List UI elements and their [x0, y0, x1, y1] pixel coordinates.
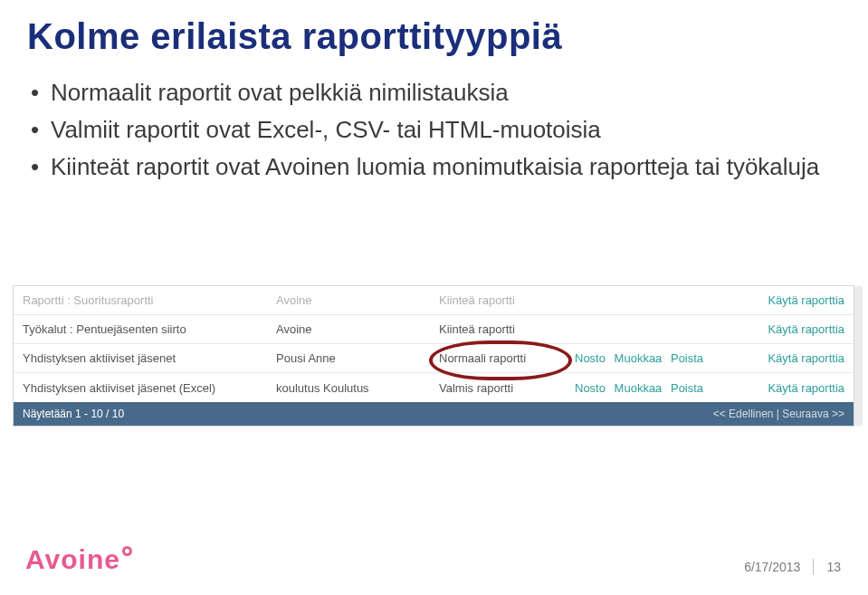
- divider-icon: [813, 559, 814, 575]
- slide-page-number: 13: [826, 560, 841, 574]
- cell-owner: koulutus Koulutus: [276, 381, 439, 395]
- table-row: Yhdistyksen aktiiviset jäsenet Pousi Ann…: [14, 344, 854, 373]
- bullet-item: Normaalit raportit ovat pelkkiä nimilist…: [27, 77, 841, 109]
- scrollbar[interactable]: [854, 286, 863, 426]
- table-footer: Näytetään 1 - 10 / 10 << Edellinen | Seu…: [14, 402, 854, 426]
- cell-name: Yhdistyksen aktiiviset jäsenet: [23, 351, 276, 365]
- bullet-list: Normaalit raportit ovat pelkkiä nimilist…: [27, 77, 841, 183]
- cell-type: Kiinteä raportti: [439, 322, 575, 336]
- cell-type: Valmis raportti: [439, 381, 575, 395]
- logo-text: Avoine: [25, 544, 120, 574]
- action-link[interactable]: Nosto: [575, 351, 606, 365]
- page-title: Kolme erilaista raporttityyppiä: [27, 16, 841, 57]
- action-link[interactable]: Poista: [671, 351, 703, 365]
- slide-date: 6/17/2013: [744, 560, 800, 574]
- cell-type: Kiinteä raportti: [439, 293, 575, 307]
- action-link[interactable]: Nosto: [575, 381, 606, 395]
- cell-owner: Avoine: [276, 293, 439, 307]
- avoine-logo: Avoine: [25, 544, 132, 575]
- cell-use[interactable]: Käytä raporttia: [729, 293, 844, 307]
- cell-type: Normaali raportti: [439, 351, 575, 365]
- action-link[interactable]: Muokkaa: [615, 381, 663, 395]
- cell-name: Yhdistyksen aktiiviset jäsenet (Excel): [23, 381, 276, 395]
- cell-name: Raportti : Suoritusraportti: [23, 293, 276, 307]
- cell-owner: Avoine: [276, 322, 439, 336]
- bullet-item: Kiinteät raportit ovat Avoinen luomia mo…: [27, 151, 841, 183]
- cell-use[interactable]: Käytä raporttia: [729, 322, 844, 336]
- cell-use[interactable]: Käytä raporttia: [729, 351, 844, 365]
- cell-actions: Nosto Muokkaa Poista: [575, 381, 729, 395]
- cell-owner: Pousi Anne: [276, 351, 439, 365]
- table-row: Raportti : Suoritusraportti Avoine Kiint…: [14, 286, 854, 315]
- footer-count: Näytetään 1 - 10 / 10: [23, 408, 713, 420]
- logo-dot-icon: [122, 546, 132, 556]
- cell-use[interactable]: Käytä raporttia: [729, 381, 844, 395]
- reports-table-screenshot: Raportti : Suoritusraportti Avoine Kiint…: [13, 285, 854, 427]
- cell-actions: Nosto Muokkaa Poista: [575, 351, 729, 365]
- slide-footer: 6/17/2013 13: [744, 559, 841, 575]
- action-link[interactable]: Poista: [671, 381, 703, 395]
- action-link[interactable]: Muokkaa: [615, 351, 663, 365]
- footer-pager[interactable]: << Edellinen | Seuraava >>: [713, 408, 844, 420]
- cell-name: Työkalut : Pentuejäsenten siirto: [23, 322, 276, 336]
- table-row: Yhdistyksen aktiiviset jäsenet (Excel) k…: [14, 373, 854, 402]
- bullet-item: Valmiit raportit ovat Excel-, CSV- tai H…: [27, 114, 841, 146]
- slide: Kolme erilaista raporttityyppiä Normaali…: [0, 0, 868, 595]
- table-row: Työkalut : Pentuejäsenten siirto Avoine …: [14, 315, 854, 344]
